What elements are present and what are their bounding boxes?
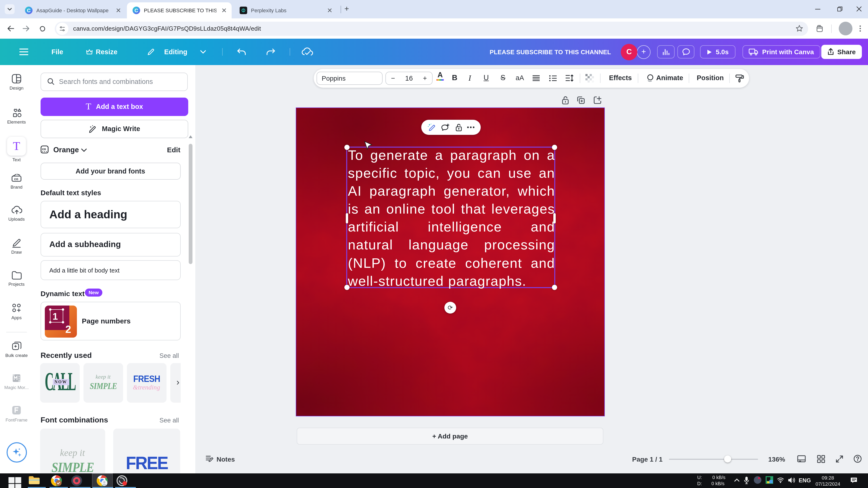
- svg-text:co: co: [14, 177, 19, 181]
- svg-text:co: co: [42, 147, 46, 151]
